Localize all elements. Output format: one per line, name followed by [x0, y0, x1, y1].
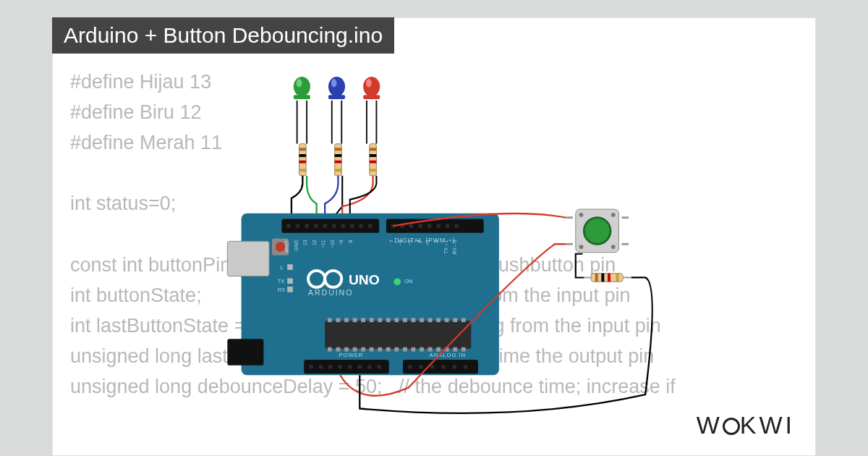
code-preview: #define Hijau 13 #define Biru 12 #define… [53, 54, 815, 402]
title-bar: Arduino + Button Debouncing.ino [52, 17, 394, 54]
project-card: Arduino + Button Debouncing.ino #define … [52, 17, 816, 456]
project-title: Arduino + Button Debouncing.ino [64, 23, 383, 47]
brand-logo: WKWI [697, 411, 795, 439]
